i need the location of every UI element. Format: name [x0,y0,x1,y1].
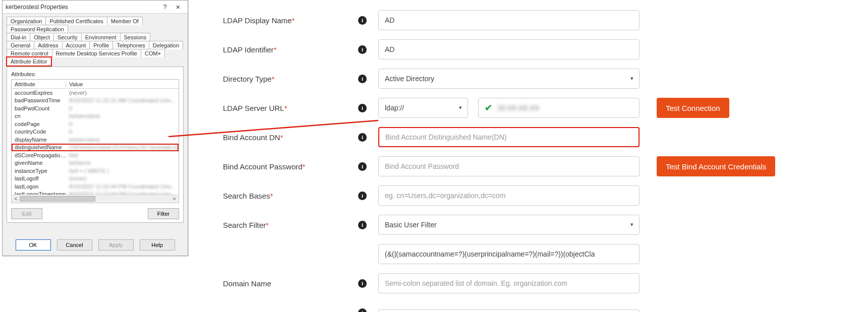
tab-delegation[interactable]: Delegation [149,41,184,49]
horizontal-scrollbar[interactable]: < > [12,195,178,202]
attr-value: (never) [66,175,179,181]
tab-address[interactable]: Address [34,41,62,49]
attribute-row[interactable]: instanceType0x4 = ( WRITE ) [12,167,179,175]
test-bind-credentials-button[interactable]: Test Bind Account Credentials [657,156,775,176]
search-filter-label: Search Filter* [223,221,358,229]
bind-password-input[interactable] [378,156,640,176]
tab-attribute-editor[interactable]: Attribute Editor [7,57,51,66]
tab-remote-desktop-services-profile[interactable]: Remote Desktop Services Profile [52,49,141,57]
directory-type-select[interactable]: Active Directory [378,69,640,89]
search-bases-label: Search Bases* [223,192,358,200]
ldap-identifier-input[interactable] [378,39,640,59]
attr-value: 8/10/2022 11:22:44 PM Coordinated Univ..… [66,191,179,195]
grid-body[interactable]: accountExpires(never)badPasswordTime8/10… [12,89,179,195]
attribute-row[interactable]: badPasswordTime8/10/2022 11:22:31 AM Coo… [12,97,179,105]
info-icon[interactable]: i [358,162,367,171]
attribute-row[interactable]: distinguishedNameCN=kerberostest,OU=User… [12,144,179,152]
attribute-row[interactable]: accountExpires(never) [12,89,179,97]
help-button[interactable]: Help [140,239,175,251]
tab-password-replication[interactable]: Password Replication [7,25,68,33]
dialog-title: kerberostest Properties [6,4,158,11]
attributes-grid[interactable]: Attribute Value accountExpires(never)bad… [11,79,179,203]
directory-type-label: Directory Type* [223,75,358,83]
col-attribute[interactable]: Attribute [12,81,66,87]
scroll-thumb[interactable] [20,196,95,202]
attr-value: kerberostest [66,137,179,143]
tab-security[interactable]: Security [53,33,82,41]
tab-published-certificates[interactable]: Published Certificates [45,17,107,25]
filter-button[interactable]: Filter [148,208,179,219]
test-connection-button[interactable]: Test Connection [657,98,729,118]
attr-value: 0 [66,129,179,135]
tab-member-of[interactable]: Member Of [107,17,143,25]
help-icon[interactable]: ? [158,4,171,11]
attribute-row[interactable]: dSCorePropagationD...0x0 [12,151,179,159]
tab-object[interactable]: Object [30,33,54,41]
info-icon[interactable]: i [358,133,367,142]
cancel-button[interactable]: Cancel [57,239,92,251]
attribute-row[interactable]: cnkerberostest [12,112,179,120]
col-value[interactable]: Value [66,81,171,87]
tab-telephones[interactable]: Telephones [112,41,149,49]
attr-value: 0 [66,121,179,127]
ldap-config-form: LDAP Display Name* i LDAP Identifier* i … [193,0,868,312]
ldap-identifier-label: LDAP Identifier* [223,45,358,54]
info-icon[interactable]: i [358,45,367,54]
info-icon[interactable]: i [358,308,367,313]
edit-button[interactable]: Edit [11,208,42,219]
close-icon[interactable]: × [171,3,185,11]
attribute-row[interactable]: countryCode0 [12,128,179,136]
grid-header: Attribute Value [12,80,179,89]
info-icon[interactable]: i [358,279,367,288]
tab-sessions[interactable]: Sessions [120,33,151,41]
dialog-titlebar[interactable]: kerberostest Properties ? × [3,1,188,14]
tab-remote-control[interactable]: Remote control [7,49,52,57]
attr-name: lastLogonTimestamp [12,191,66,195]
tab-organization[interactable]: Organization [7,17,46,25]
attr-name: countryCode [12,129,66,135]
attr-name: dSCorePropagationD... [12,152,66,158]
domain-name-label: Domain Name [223,279,358,288]
attribute-row[interactable]: lastLogonTimestamp8/10/2022 11:22:44 PM … [12,191,179,195]
ldap-display-name-input[interactable] [378,10,640,30]
ldap-display-name-label: LDAP Display Name* [223,16,358,25]
info-icon[interactable]: i [358,16,367,25]
attribute-row[interactable]: badPwdCount0 [12,104,179,112]
info-icon[interactable]: i [358,221,367,229]
bind-password-label: Bind Account Password* [223,162,358,171]
search-filter-expression-input[interactable] [378,244,640,264]
search-bases-input[interactable] [378,185,640,206]
bind-dn-input[interactable] [378,127,640,147]
attr-name: codePage [12,121,66,127]
ok-button[interactable]: OK [16,239,51,251]
attribute-row[interactable]: codePage0 [12,120,179,128]
tab-dial-in[interactable]: Dial-in [7,33,30,41]
apply-button[interactable]: Apply [98,239,134,251]
tab-account[interactable]: Account [62,41,90,49]
ldap-protocol-select[interactable]: ldap:// [378,98,468,118]
tab-com-[interactable]: COM+ [141,49,165,57]
attr-name: cn [12,113,66,119]
scroll-right-icon[interactable]: > [170,196,178,202]
scroll-left-icon[interactable]: < [12,196,20,202]
info-icon[interactable]: i [358,75,367,83]
attribute-row[interactable]: displayNamekerberostest [12,136,179,144]
info-icon[interactable]: i [358,104,367,112]
scroll-track[interactable] [20,195,170,202]
attribute-editor-panel: Attributes: Attribute Value accountExpir… [7,67,184,223]
attr-value: 0x0 [66,152,179,158]
attr-name: badPasswordTime [12,97,66,103]
attribute-row[interactable]: lastLogoff(never) [12,175,179,183]
dialog-button-row: OK Cancel Apply Help [3,239,188,251]
bind-dn-label: Bind Account DN* [223,133,358,142]
info-icon[interactable]: i [358,192,367,200]
attribute-row[interactable]: givenNamekerberos [12,159,179,167]
domain-name-input[interactable] [378,273,640,293]
attribute-row[interactable]: lastLogon8/10/2022 11:22:44 PM Coordinat… [12,182,179,191]
tab-profile[interactable]: Profile [89,41,113,49]
tab-environment[interactable]: Environment [81,33,121,41]
attr-value: CN=kerberostest,OU=Users,DC=example,DC=c… [66,144,179,150]
search-filter-select[interactable]: Basic User Filter [378,215,640,235]
attr-value: 8/10/2022 11:22:44 PM Coordinated Univ..… [66,183,179,190]
tab-general[interactable]: General [7,41,34,49]
